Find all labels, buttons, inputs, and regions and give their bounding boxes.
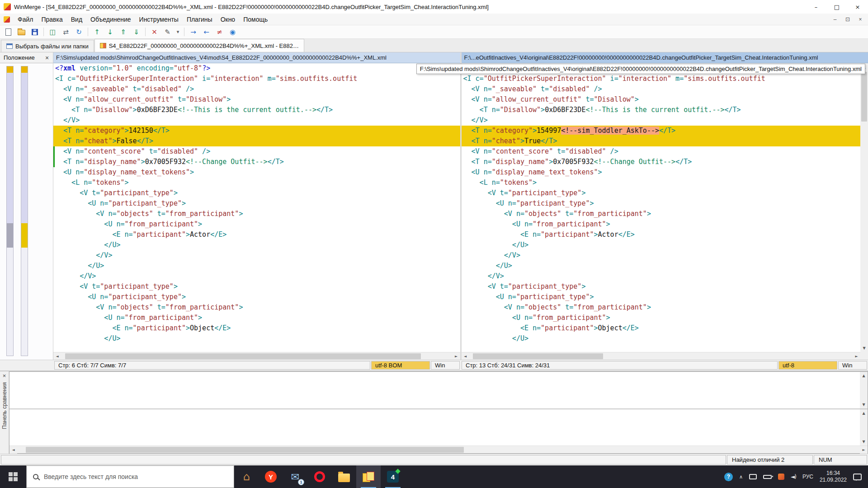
vertical-scrollbar[interactable]: ▲ ▼ (860, 63, 868, 352)
menu-file[interactable]: Файл (14, 14, 37, 24)
mdi-document-icon[interactable] (4, 16, 10, 23)
chevron-up-icon[interactable]: ∧ (739, 474, 743, 480)
code-line[interactable]: <T n="category">154997<!--sim_Toddler_As… (462, 126, 861, 136)
delete-diff-button[interactable]: ≠ (213, 26, 226, 38)
tablet-icon[interactable] (749, 474, 757, 479)
menu-tools[interactable]: Инструменты (135, 14, 183, 24)
code-line[interactable]: <T n="display_name">0x7005F932<!--Change… (462, 157, 861, 167)
prev-diff-button[interactable]: ↑ (91, 26, 103, 38)
code-line[interactable]: </V> (462, 250, 861, 261)
code-line[interactable]: <L n="tokens"> (53, 178, 460, 188)
code-line[interactable]: <V n="content_score" t="disabled" /> (462, 146, 861, 157)
mdi-restore-button[interactable]: ⊡ (842, 15, 854, 24)
scroll-right-icon[interactable]: ► (453, 352, 460, 360)
code-line[interactable]: <L n="tokens"> (462, 178, 861, 188)
taskbar-search[interactable] (26, 465, 234, 488)
mdi-minimize-button[interactable]: – (829, 15, 841, 24)
left-horizontal-scrollbar[interactable]: ◄ ► (53, 352, 460, 360)
code-line[interactable]: <U n="participant_type"> (53, 292, 460, 302)
code-line[interactable]: <V n="_saveable" t="disabled" /> (53, 84, 460, 94)
code-line[interactable]: <T n="Disallow">0xD6BF23DE<!--This is th… (53, 105, 460, 115)
code-line[interactable]: <U n="from_participant"> (53, 313, 460, 323)
right-file-bar[interactable] (21, 66, 28, 356)
code-line[interactable]: <V n="allow_current_outfit" t="Disallow"… (53, 94, 460, 105)
code-line[interactable]: <V n="content_score" t="disabled" /> (53, 146, 460, 157)
vertical-scrollbar[interactable]: ▲ ▼ (860, 372, 868, 408)
code-line[interactable]: </V> (462, 271, 861, 282)
compare-panel-right-text[interactable]: ▲ ▼ (9, 409, 868, 446)
vertical-scrollbar[interactable]: ▲ ▼ (860, 409, 868, 446)
code-line[interactable]: <E n="participant">Actor</E> (53, 230, 460, 240)
mail-app-taskbar-button[interactable]: ✉1 (283, 465, 307, 488)
new-file-button[interactable] (2, 26, 14, 38)
code-line[interactable]: <E n="participant">Object</E> (53, 323, 460, 333)
home-app-taskbar-button[interactable]: ⌂ (234, 465, 259, 488)
code-line[interactable]: <U n="display_name_text_tokens"> (462, 167, 861, 178)
code-line[interactable]: <V n="objects" t="from_participant"> (53, 302, 460, 313)
next-diff-button[interactable]: ↓ (104, 26, 116, 38)
location-pane-close-icon[interactable]: × (43, 54, 51, 61)
opera-browser-taskbar-button[interactable] (307, 465, 332, 488)
maximize-button[interactable]: □ (826, 0, 847, 14)
file-explorer-taskbar-button[interactable] (332, 465, 356, 488)
edit-mode-button[interactable]: ✎ (161, 26, 174, 38)
action-center-icon[interactable] (853, 474, 862, 480)
code-line[interactable]: </U> (462, 240, 861, 250)
refresh-button[interactable]: ↻ (73, 26, 85, 38)
scroll-up-icon[interactable]: ▲ (860, 409, 868, 417)
compare-panel-close-icon[interactable]: × (0, 371, 9, 380)
scrollbar-thumb[interactable] (26, 447, 464, 453)
view-file-compare-button[interactable]: ◫ (47, 26, 59, 38)
menu-window[interactable]: Окно (217, 14, 240, 24)
tab-comparison[interactable]: S4_E882D22F_00000000_0000000000022B4D%%+… (94, 39, 304, 52)
left-code-editor[interactable]: <?xml version="1.0" encoding="utf-8"?><I… (53, 63, 460, 352)
search-input[interactable] (44, 473, 227, 480)
code-line[interactable]: <U n="participant_type"> (462, 292, 861, 302)
code-line[interactable]: <V t="participant_type"> (53, 282, 460, 292)
code-line[interactable]: <U n="from_participant"> (462, 313, 861, 323)
scroll-left-icon[interactable]: ◄ (53, 352, 61, 360)
minimize-button[interactable]: – (806, 0, 826, 14)
code-line[interactable]: <U n="participant_type"> (462, 198, 861, 209)
compare-panel-left-text[interactable]: ▲ ▼ (9, 372, 868, 408)
menu-help[interactable]: Помощь (239, 14, 272, 24)
scroll-down-icon[interactable]: ▼ (860, 344, 868, 352)
code-line[interactable]: <?xml version="1.0" encoding="utf-8"?> (53, 63, 460, 74)
scroll-down-icon[interactable]: ▼ (860, 401, 868, 408)
help-icon[interactable]: ? (724, 473, 733, 481)
battery-icon[interactable] (763, 475, 772, 479)
code-line[interactable]: </U> (53, 240, 460, 250)
save-button[interactable] (28, 26, 41, 38)
code-line[interactable]: <V n="objects" t="from_participant"> (462, 302, 861, 313)
compare-panel-horizontal-scrollbar[interactable]: ◄ ► (9, 446, 868, 453)
scroll-right-icon[interactable]: ► (860, 446, 868, 454)
code-line[interactable]: </U> (53, 261, 460, 271)
sims-4-taskbar-button[interactable]: 4 (381, 465, 405, 488)
code-line[interactable]: <T n="cheat">False</T> (53, 136, 460, 146)
scroll-up-icon[interactable]: ▲ (860, 372, 868, 380)
menu-edit[interactable]: Правка (37, 14, 66, 24)
code-line[interactable]: </U> (462, 333, 861, 344)
code-line[interactable]: <V n="allow_current_outfit" t="Disallow"… (462, 94, 861, 105)
current-diff-button[interactable]: ✕ (148, 26, 160, 38)
code-line[interactable]: <T n="display_name">0x7005F932<!--Change… (53, 157, 460, 167)
yandex-browser-taskbar-button[interactable]: Y (259, 465, 283, 488)
scroll-right-icon[interactable]: ► (853, 352, 860, 360)
scroll-down-icon[interactable]: ▼ (860, 438, 868, 446)
language-indicator[interactable]: РУС (802, 474, 813, 480)
open-button[interactable] (15, 26, 28, 38)
code-line[interactable]: </U> (53, 333, 460, 344)
tab-select-files[interactable]: Выбрать файлы или папки (1, 40, 94, 52)
code-line[interactable]: <U n="display_name_text_tokens"> (53, 167, 460, 178)
code-line[interactable]: <U n="participant_type"> (53, 198, 460, 209)
code-line[interactable]: </V> (462, 115, 861, 126)
scroll-left-icon[interactable]: ◄ (462, 352, 469, 360)
code-line[interactable]: <E n="participant">Object</E> (462, 323, 861, 333)
code-line[interactable]: <V n="objects" t="from_participant"> (462, 209, 861, 219)
right-code-editor[interactable]: <?xml version="1.0" encoding="utf-8"?><I… (462, 63, 861, 352)
scrollbar-thumb[interactable] (861, 72, 867, 122)
code-line[interactable]: <V t="participant_type"> (462, 188, 861, 198)
scroll-left-icon[interactable]: ◄ (9, 446, 17, 454)
code-line[interactable]: </U> (462, 261, 861, 271)
left-file-bar[interactable] (6, 66, 14, 356)
